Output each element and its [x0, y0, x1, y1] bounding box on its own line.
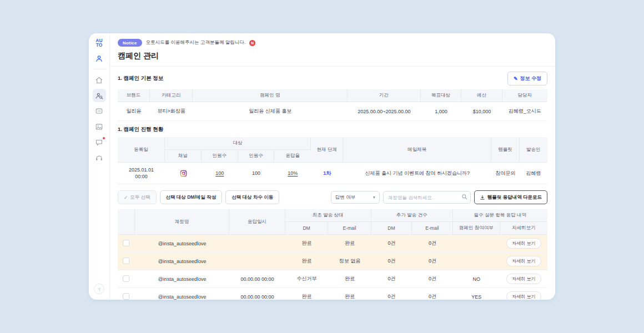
app-window: AU TO ›| Notice	[89, 33, 555, 300]
sidebar-item-dm[interactable]	[93, 104, 106, 118]
edit-info-button[interactable]: ✎ 정보 수정	[507, 72, 547, 85]
col-target-group: 대상	[165, 137, 311, 150]
first-email-status: 완료	[328, 235, 371, 253]
first-email-status: 정보 없음	[328, 253, 371, 270]
sidebar-item-home[interactable]	[93, 73, 106, 87]
extra-email-count: 0건	[412, 288, 453, 300]
page-title: 캠페인 관리	[118, 51, 547, 61]
template-value: 참여문의	[491, 163, 519, 184]
notification-dot	[103, 137, 105, 139]
account-search	[383, 191, 471, 204]
first-email-status: 완료	[328, 270, 371, 288]
write-dm-mail-label: 선택 대상 DM/메일 작성	[166, 194, 217, 201]
edit-info-label: 정보 수정	[520, 75, 541, 82]
basic-info-row: 일리윤 뷰티>화장품 일리윤 신제품 홍보 2025.00.00~2025.00…	[118, 102, 547, 121]
response-rate-value[interactable]: 10%	[274, 163, 311, 184]
count-2-value: 100	[238, 163, 275, 184]
participation-value	[453, 253, 500, 270]
instagram-icon[interactable]	[180, 170, 187, 177]
col-template: 템플릿	[491, 137, 519, 163]
participation-value: YES	[453, 288, 500, 300]
first-email-status: 완료	[328, 288, 371, 300]
logo-line-2: TO	[95, 43, 102, 47]
brand-value: 일리윤	[118, 102, 150, 121]
mail-subject-value: 신제품 출시 기념 이벤트에 참여 하시겠습니까?	[343, 163, 491, 184]
col-survey-group: 필수 설문 항목 응답 내역	[453, 209, 547, 222]
manager-value: 김혜령_오시드	[502, 102, 547, 121]
sidebar-item-messages[interactable]	[93, 135, 106, 149]
move-stage-button[interactable]: 선택 대상 차수 이동	[225, 190, 279, 204]
response-time	[229, 253, 285, 270]
col-period: 기간	[348, 89, 421, 102]
reg-date-value: 2025.01.01 00:00	[118, 163, 165, 184]
account-search-input[interactable]	[383, 191, 471, 204]
col-extra-dm: DM	[371, 222, 412, 235]
select-all-label: 모두 선택	[130, 194, 150, 201]
col-extra-email: E-mail	[412, 222, 453, 235]
extra-email-count: 0건	[412, 235, 453, 253]
move-stage-label: 선택 대상 차수 이동	[232, 194, 273, 201]
select-all-button[interactable]: ✓ 모두 선택	[118, 190, 157, 204]
sidebar-item-campaigns[interactable]	[93, 89, 106, 102]
col-sender: 발송인	[520, 137, 547, 163]
budget-value: $10,000	[461, 102, 502, 121]
sidebar-item-profile[interactable]	[93, 52, 106, 65]
extra-dm-count: 0건	[371, 288, 412, 300]
account-row: @insta_autoseedlove 00.00.00 00:00 완료 완료…	[118, 288, 547, 300]
sender-value: 김혜령	[520, 163, 547, 184]
count-1-value[interactable]: 100	[202, 163, 238, 184]
col-account: 계정명	[135, 209, 229, 235]
sidebar: AU TO ›|	[89, 33, 110, 300]
col-checkbox	[118, 209, 135, 235]
row-checkbox[interactable]	[123, 293, 129, 300]
response-time: 00.00.00 00:00	[229, 288, 285, 300]
campaign-progress-table: 등록일 대상 현재 단계 메일제목 템플릿 발송인 채널 인원수 인원수 응답율	[118, 137, 547, 184]
chat-icon	[95, 138, 103, 147]
row-checkbox[interactable]	[123, 258, 129, 264]
row-checkbox[interactable]	[123, 240, 129, 246]
stage-value: 1차	[311, 163, 343, 184]
download-responses-button[interactable]: 템플릿 응답내역 다운로드	[474, 190, 547, 204]
section-basic-info-header: 1. 캠페인 기본 정보 ✎ 정보 수정	[118, 72, 547, 85]
col-stage: 현재 단계	[311, 137, 343, 163]
reg-date-date: 2025.01.01	[119, 167, 163, 173]
pencil-icon: ✎	[514, 76, 518, 82]
notice-text[interactable]: 오토시드를 이용해주시는 고객분들께 알립니다.	[146, 39, 245, 46]
extra-email-count: 0건	[412, 270, 453, 288]
detail-view-button[interactable]: 자세히 보기	[506, 291, 541, 300]
alert-icon: N	[249, 40, 255, 46]
col-first-send-group: 최초 발송 상태	[285, 209, 371, 222]
sidebar-item-media[interactable]	[93, 120, 106, 133]
notice-bar: Notice 오토시드를 이용해주시는 고객분들께 알립니다. N	[118, 38, 547, 50]
detail-view-button[interactable]: 자세히 보기	[506, 256, 541, 266]
section-basic-info-title: 1. 캠페인 기본 정보	[118, 75, 163, 82]
extra-dm-count: 0건	[371, 270, 412, 288]
extra-dm-count: 0건	[371, 235, 412, 253]
response-time	[229, 235, 285, 253]
col-budget: 예산	[461, 89, 502, 102]
sidebar-item-support[interactable]	[93, 151, 106, 164]
download-responses-label: 템플릿 응답내역 다운로드	[487, 194, 542, 201]
channel-value	[165, 163, 202, 184]
answer-filter-select[interactable]: 답변 여부 ▾	[331, 191, 380, 204]
detail-view-button[interactable]: 자세히 보기	[506, 274, 541, 284]
response-time: 00.00.00 00:00	[229, 270, 285, 288]
col-reg-date: 등록일	[118, 137, 165, 163]
col-count-1: 인원수	[202, 150, 238, 163]
sidebar-collapse-button[interactable]: ›|	[94, 284, 104, 294]
chevron-down-icon: ▾	[373, 195, 375, 200]
col-target: 목표대상	[421, 89, 462, 102]
first-dm-status: 완료	[285, 235, 328, 253]
person-search-icon	[95, 92, 103, 100]
home-icon	[95, 76, 103, 84]
col-first-dm: DM	[285, 222, 328, 235]
extra-dm-count: 0건	[371, 253, 412, 270]
row-checkbox[interactable]	[123, 275, 129, 282]
answer-filter-value: 답변 여부	[335, 194, 355, 201]
write-dm-mail-button[interactable]: 선택 대상 DM/메일 작성	[160, 190, 223, 204]
reg-date-time: 00:00	[119, 173, 163, 180]
detail-view-button[interactable]: 자세히 보기	[506, 238, 541, 249]
monitor-message-icon	[95, 107, 103, 115]
account-name: @insta_autoseedlove	[135, 288, 229, 300]
col-detail: 자세히보기	[500, 222, 547, 235]
